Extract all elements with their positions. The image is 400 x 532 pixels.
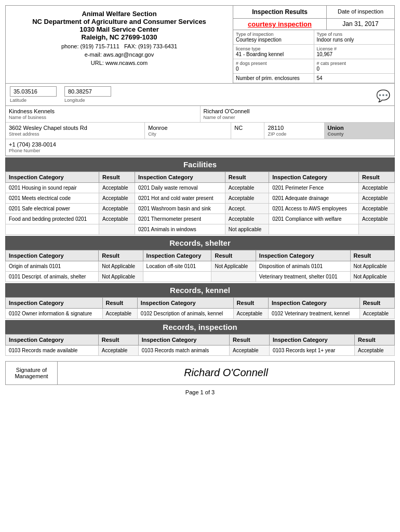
longitude-label: Longitude xyxy=(64,98,119,103)
result-cell: Acceptable xyxy=(99,214,135,224)
business-section: Kindness Kennels Name of business Richar… xyxy=(5,106,395,156)
fac-col3: Inspection Category xyxy=(135,172,225,183)
fac-col2: Result xyxy=(99,172,135,183)
owner-label: Name of owner xyxy=(204,115,392,120)
result-cell: Not Applicable xyxy=(350,261,394,272)
latitude-group: 35.03516 Latitude xyxy=(10,86,64,103)
category-cell: 0102 Description of animals, kennel xyxy=(137,309,233,319)
prim-enc-cell: Number of prim. enclosures xyxy=(233,74,314,83)
type-runs-label: Type of runs xyxy=(317,32,392,37)
prim-enc-value: 54 xyxy=(317,75,392,81)
type-of-inspection-cell: Type of inspection Courtesy inspection xyxy=(233,30,314,44)
kn-col2: Result xyxy=(102,298,137,309)
biz-name-cell: Kindness Kennels Name of business xyxy=(6,106,201,122)
table-row: Origin of animals 0101Not ApplicableLoca… xyxy=(6,261,395,272)
chat-icon: 💬 xyxy=(376,89,390,103)
category-cell: 0103 Records made available xyxy=(6,345,99,356)
category-cell: 0201 Housing in sound repair xyxy=(6,183,99,193)
sh-col3: Inspection Category xyxy=(143,250,211,261)
phone-row: +1 (704) 238-0014 Phone Number xyxy=(6,139,394,156)
courtesy-text: courtesy inspection xyxy=(248,20,312,28)
result-cell xyxy=(358,224,394,235)
street-label: Street address xyxy=(9,131,141,137)
table-row: 0201 Meets electrical codeAcceptable0201… xyxy=(6,193,395,204)
category-cell xyxy=(269,224,359,235)
result-cell: Acceptable xyxy=(233,309,268,319)
biz-name-value: Kindness Kennels xyxy=(9,108,197,114)
fac-col4: Result xyxy=(225,172,269,183)
header-section: Animal Welfare Section NC Department of … xyxy=(5,5,395,84)
owner-cell: Richard O'Connell Name of owner xyxy=(201,106,395,122)
category-cell: Veterinary treatment, shelter 0101 xyxy=(256,272,350,282)
records-inspection-header: Records, inspection xyxy=(5,320,395,334)
ri-col1: Inspection Category xyxy=(6,335,99,345)
signature-section: Signature of Management Richard O'Connel… xyxy=(5,361,395,385)
org-title3: 1030 Mail Service Center xyxy=(11,25,228,33)
category-cell: 0201 Meets electrical code xyxy=(6,193,99,204)
org-email: e-mail: aws.agr@ncagr.gov xyxy=(11,51,228,58)
page-number: Page 1 of 3 xyxy=(5,389,395,395)
state-cell: NC xyxy=(231,123,264,139)
dogs-present-cell: # dogs present 0 xyxy=(233,59,314,73)
sh-col2: Result xyxy=(99,250,143,261)
result-cell: Not Applicable xyxy=(99,272,143,282)
table-row: 0103 Records made availableAcceptable010… xyxy=(6,345,395,356)
ri-col6: Result xyxy=(355,335,395,345)
kn-col4: Result xyxy=(233,298,268,309)
state-value: NC xyxy=(234,125,261,131)
result-cell: Acceptable xyxy=(358,193,394,204)
result-cell: Not Applicable xyxy=(99,261,143,272)
cats-label: # cats present xyxy=(317,61,392,66)
license-num-cell: License # 10,967 xyxy=(314,45,395,59)
dogs-value: 0 xyxy=(236,66,311,72)
ri-col2: Result xyxy=(98,335,138,345)
county-value: Union xyxy=(328,125,392,131)
fac-col5: Inspection Category xyxy=(269,172,359,183)
date-value: Jan 31, 2017 xyxy=(327,19,394,30)
category-cell: 0201 Animals in windows xyxy=(135,224,225,235)
records-shelter-header: Records, shelter xyxy=(5,236,395,250)
org-url: URL: www.ncaws.com xyxy=(11,60,228,66)
shelter-header-row: Inspection Category Result Inspection Ca… xyxy=(6,250,395,261)
org-title2: NC Department of Agriculture and Consume… xyxy=(11,18,228,25)
type-runs-value: Indoor runs only xyxy=(317,37,392,43)
category-cell: 0201 Daily waste removal xyxy=(135,183,225,193)
city-cell: Monroe City xyxy=(145,123,231,139)
license-num-label: License # xyxy=(317,46,392,51)
table-row: 0201 Safe electrical powerAcceptable0201… xyxy=(6,204,395,214)
category-cell: Food and bedding protected 0201 xyxy=(6,214,99,224)
facilities-header-row: Inspection Category Result Inspection Ca… xyxy=(6,172,395,183)
result-cell: Acceptable xyxy=(358,214,394,224)
result-cell: Acceptable xyxy=(99,183,135,193)
recordinsp-header-row: Inspection Category Result Inspection Ca… xyxy=(6,335,395,345)
category-cell: 0201 Washroom basin and sink xyxy=(135,204,225,214)
result-cell: Acceptable xyxy=(225,193,269,204)
category-cell: 0101 Descript. of animals, shelter xyxy=(6,272,99,282)
kn-col5: Inspection Category xyxy=(268,298,359,309)
result-cell xyxy=(211,272,256,282)
city-label: City xyxy=(148,131,228,137)
cats-value: 0 xyxy=(317,66,392,72)
license-type-value: 41 - Boarding kennel xyxy=(236,51,311,57)
type-insp-label: Type of inspection xyxy=(236,32,311,37)
result-cell: Acceptable xyxy=(225,214,269,224)
category-cell: 0201 Compliance with welfare xyxy=(269,214,359,224)
license-type-cell: license type 41 - Boarding kennel xyxy=(233,45,314,59)
biz-name-row: Kindness Kennels Name of business Richar… xyxy=(6,106,394,123)
table-row: Food and bedding protected 0201Acceptabl… xyxy=(6,214,395,224)
zip-label: ZIP code xyxy=(268,131,321,137)
category-cell: 0201 Access to AWS employees xyxy=(269,204,359,214)
result-cell: Acceptable xyxy=(102,309,137,319)
biz-name-label: Name of business xyxy=(9,115,197,120)
facilities-header: Facilities xyxy=(5,157,395,171)
records-shelter-table: Inspection Category Result Inspection Ca… xyxy=(5,250,395,282)
page-container: Animal Welfare Section NC Department of … xyxy=(0,0,400,401)
result-cell xyxy=(99,224,135,235)
sh-col4: Result xyxy=(211,250,256,261)
category-cell xyxy=(6,224,99,235)
fac-col6: Result xyxy=(358,172,394,183)
table-row: 0101 Descript. of animals, shelterNot Ap… xyxy=(6,272,395,282)
latitude-value: 35.03516 xyxy=(14,88,37,95)
org-info: Animal Welfare Section NC Department of … xyxy=(6,6,233,83)
table-row: 0201 Housing in sound repairAcceptable02… xyxy=(6,183,395,193)
